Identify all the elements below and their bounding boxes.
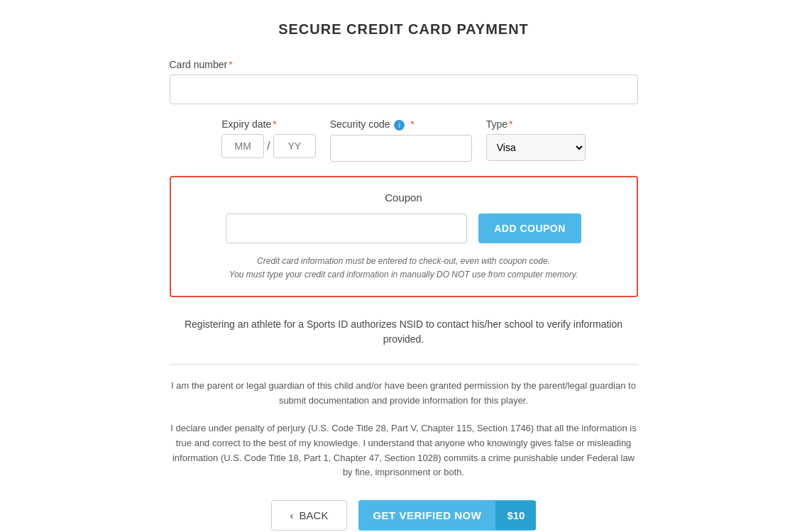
add-coupon-button[interactable]: ADD COUPON [478,214,581,243]
card-number-label: Card number* [170,59,638,70]
get-verified-label: GET VERIFIED NOW [358,501,495,530]
required-star: * [229,59,232,70]
guardian-text: I am the parent or legal guardian of thi… [170,379,638,409]
security-code-input[interactable] [330,135,472,162]
expiry-inputs: / [221,134,315,158]
divider [170,364,638,365]
back-button[interactable]: ‹ BACK [271,500,348,531]
get-verified-price: $10 [495,501,536,530]
security-code-group: Security code i * [330,118,472,162]
expiry-month-input[interactable] [221,134,264,158]
expiry-group: Expiry date* / [221,118,315,162]
get-verified-button[interactable]: GET VERIFIED NOW $10 [358,500,536,531]
page-title: SECURE CREDIT CARD PAYMENT [170,21,638,38]
security-code-label: Security code i * [330,118,415,131]
coupon-row: ADD COUPON [192,214,615,243]
back-arrow-icon: ‹ [290,509,294,521]
expiry-year-input[interactable] [273,134,316,158]
back-label: BACK [300,509,329,521]
expiry-slash: / [267,140,270,153]
card-type-group: Type* Visa Mastercard AmEx Discover [486,118,586,162]
perjury-text: I declare under penalty of perjury (U.S.… [170,421,638,480]
coupon-input[interactable] [226,214,467,243]
coupon-section: Coupon ADD COUPON Credit card informatio… [170,176,638,297]
card-type-select[interactable]: Visa Mastercard AmEx Discover [486,134,586,161]
card-number-group: Card number* [170,59,638,104]
expiry-label: Expiry date* [221,118,277,130]
coupon-title: Coupon [192,192,615,204]
registration-notice: Registering an athlete for a Sports ID a… [170,317,638,347]
card-details-row: Expiry date* / Security code i * Type* [170,118,638,162]
coupon-notice: Credit card information must be entered … [192,255,615,282]
action-row: ‹ BACK GET VERIFIED NOW $10 [170,500,638,531]
card-number-input[interactable] [170,74,638,104]
info-icon[interactable]: i [394,120,405,131]
card-type-label: Type* [486,118,513,130]
